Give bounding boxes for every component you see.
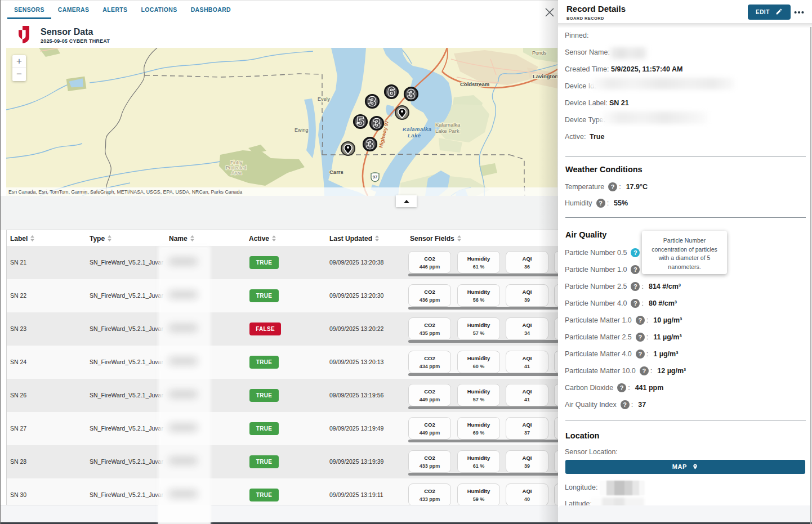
svg-text:Evely: Evely — [318, 96, 331, 102]
svg-text:Lake Park: Lake Park — [435, 128, 459, 134]
svg-text:Kalamalka: Kalamalka — [435, 122, 461, 128]
svg-text:Ewing: Ewing — [295, 127, 309, 133]
svg-text:Kalamalka: Kalamalka — [403, 126, 432, 132]
svg-text:Area: Area — [231, 170, 242, 176]
svg-text:Lake: Lake — [408, 132, 421, 138]
svg-text:Coldstream: Coldstream — [460, 81, 489, 87]
svg-text:Carrs: Carrs — [329, 169, 343, 175]
svg-text:97: 97 — [373, 174, 377, 180]
